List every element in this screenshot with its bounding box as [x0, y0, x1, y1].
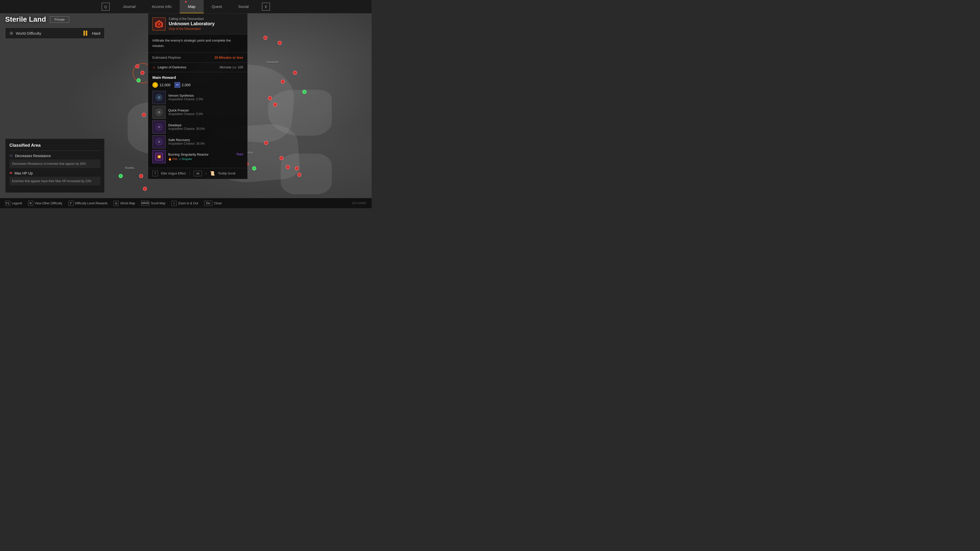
hotbar-legend[interactable]: F1 Legend: [5, 201, 22, 206]
hotbar-label-close: Close: [214, 202, 222, 205]
mission-category: Calling of the Descendant: [169, 17, 215, 21]
svg-text:💥: 💥: [156, 154, 162, 159]
map-marker-3[interactable]: [263, 36, 267, 40]
map-marker-7[interactable]: [273, 103, 277, 106]
svg-text:⚙: ⚙: [158, 95, 161, 100]
tag-singular: ◇ Singular: [179, 157, 192, 161]
nav-key-right[interactable]: E: [262, 3, 270, 11]
difficulty-bar: ⊕ World Difficulty Hard: [5, 27, 105, 39]
mission-footer: T Elite Vulgus Effect │ Alt + 📜 Tooltip …: [148, 168, 247, 179]
classified-effect-2: ❤ Max HP Up Enemies that appear have the…: [10, 171, 100, 186]
hotbar-key-f: F: [68, 201, 73, 206]
reward-info-1: Quick Freezer Acquisition Chance: 5.0%: [168, 108, 243, 116]
map-marker-16[interactable]: [143, 187, 147, 191]
map-marker-1[interactable]: [135, 64, 139, 68]
hotbar-key-f1: F1: [5, 201, 10, 206]
playtime-row: Estimated Playtime 20 Minutes or less: [148, 52, 247, 63]
notification-dot: [185, 1, 186, 3]
mission-subtitle: Duty of the Descendant: [169, 27, 215, 30]
tag-fire: 🔥 Fire: [168, 157, 177, 161]
difficulty-bars: [83, 30, 87, 36]
bottom-hotbar: F1 Legend R View Other Difficulty F Diff…: [0, 198, 372, 208]
reward-img-4: 💥: [152, 150, 165, 163]
effect-name-1: Decreases Resistance: [15, 154, 51, 158]
hotbar-key-esc: Esc: [204, 201, 212, 206]
classified-effect-1: 🛡 Decreases Resistance Decreases Resista…: [10, 154, 100, 168]
map-marker-green-1[interactable]: [137, 78, 141, 83]
diff-bar-1: [83, 30, 85, 36]
hotbar-scroll-map[interactable]: WASD Scroll Map: [141, 201, 165, 206]
tab-quest[interactable]: Quest: [204, 0, 230, 13]
terrain-6: [281, 154, 332, 194]
reward-item-4: 💥 Burning Singularity Reactor Rare 🔥 Fir…: [152, 150, 243, 163]
map-marker-14[interactable]: [298, 173, 301, 177]
map-marker-11[interactable]: [280, 156, 283, 160]
monster-level: Monster Lv. 100: [220, 65, 243, 69]
svg-text:⚙: ⚙: [158, 110, 161, 114]
reward-section: Main Reward 12,000 XP 2,000 ⚙ Venom Synt…: [148, 72, 247, 168]
hotbar-difficulty-rewards[interactable]: F Difficulty Level Rewards: [68, 201, 108, 206]
reward-img-1: ⚙: [152, 106, 165, 119]
map-marker-green-4[interactable]: [119, 174, 123, 178]
tab-map[interactable]: Map: [180, 0, 204, 13]
mission-header: II Calling of the Descendant Unknown Lab…: [148, 14, 247, 35]
tab-access-info[interactable]: Access Info: [144, 0, 180, 13]
nav-key-left[interactable]: Q: [102, 3, 110, 11]
map-marker-12[interactable]: [286, 165, 290, 169]
hotbar-label-zoom: Zoom In & Out: [178, 202, 198, 205]
map-marker-green-2[interactable]: [302, 90, 307, 94]
reward-item-0: ⚙ Venom Synthesis Acquisition Chance: 2.…: [152, 91, 243, 104]
map-marker-6[interactable]: [268, 96, 272, 100]
gold-amount: 12,000: [159, 83, 170, 87]
map-marker-15[interactable]: [139, 174, 143, 178]
mission-title-block: Calling of the Descendant Unknown Labora…: [169, 17, 215, 30]
effect-desc-1: Decreases Resistance of enemies that app…: [10, 159, 100, 168]
hotbar-label-other-difficulty: View Other Difficulty: [35, 202, 62, 205]
reward-info-0: Venom Synthesis Acquisition Chance: 2.5%: [168, 94, 243, 101]
diff-bar-2: [86, 30, 87, 36]
enemy-name: Legion of Darkness: [158, 65, 186, 69]
hotbar-world-map[interactable]: G World Map: [114, 201, 135, 206]
map-marker-10[interactable]: [264, 141, 268, 145]
reward-name-2: Deadeye: [168, 123, 243, 127]
map-marker-green-3[interactable]: [252, 166, 256, 170]
map-marker-8[interactable]: [293, 71, 297, 75]
hotbar-label-scroll-map: Scroll Map: [151, 202, 165, 205]
xp-amount: 2,000: [182, 83, 191, 87]
hotbar-zoom[interactable]: I Zoom In & Out: [172, 201, 198, 206]
hotbar-other-difficulty[interactable]: R View Other Difficulty: [28, 201, 62, 206]
enemy-info: ⚔ Legion of Darkness: [152, 65, 186, 69]
playtime-value: 20 Minutes or less: [215, 56, 243, 59]
tab-social[interactable]: Social: [230, 0, 257, 13]
map-marker-2[interactable]: [142, 113, 146, 117]
hotbar-close[interactable]: Esc Close: [204, 201, 222, 206]
map-marker-5[interactable]: [281, 79, 285, 84]
footer-label-2: Tooltip Scroll: [218, 171, 235, 175]
terrain-5: [268, 90, 332, 136]
effect-header-2: ❤ Max HP Up: [10, 171, 100, 175]
reward-currency: 12,000 XP 2,000: [152, 82, 243, 88]
hotbar-key-i: I: [172, 201, 177, 206]
xp-icon: XP: [175, 82, 180, 88]
reward-info-3: Safe Recovery Acquisition Chance: 30.0%: [168, 138, 243, 145]
watermark: IGN GAMER: [352, 202, 366, 205]
xp-reward: XP 2,000: [175, 82, 191, 88]
classified-area-panel: Classified Area 🛡 Decreases Resistance D…: [5, 138, 105, 193]
svg-text:II: II: [158, 22, 160, 26]
map-marker-4[interactable]: [278, 41, 282, 45]
area-title: Sterile Land: [5, 15, 46, 24]
reward-name-3: Safe Recovery: [168, 138, 243, 142]
tab-journal[interactable]: Journal: [115, 0, 144, 13]
reward-name-0: Venom Synthesis: [168, 94, 243, 97]
classified-title: Classified Area: [10, 143, 100, 151]
reward-img-0: ⚙: [152, 91, 165, 104]
reward-name-4: Burning Singularity Reactor: [168, 152, 208, 156]
map-marker-13[interactable]: [295, 166, 299, 170]
reward-title: Main Reward: [152, 75, 243, 79]
private-button[interactable]: Private: [50, 16, 69, 23]
reward-img-3: ⚙: [152, 135, 165, 148]
heart-icon: ❤: [10, 171, 13, 175]
effect-desc-2: Enemies that appear have their Max HP in…: [10, 177, 100, 186]
map-marker-active[interactable]: [140, 71, 145, 75]
footer-separator: │: [189, 171, 191, 175]
